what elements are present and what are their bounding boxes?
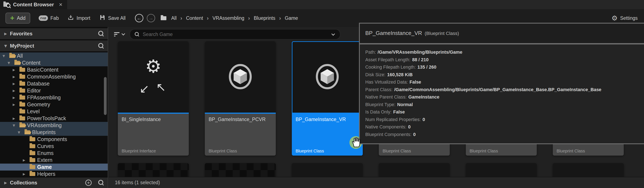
tooltip-row-value: /Game/VRAssembling/Blueprints/Game (378, 50, 462, 55)
saved-search-chevron-icon[interactable] (332, 32, 335, 36)
expanded-arrow-icon[interactable]: ▼ (18, 130, 23, 134)
forward-button[interactable]: → (147, 14, 155, 22)
tooltip-row-label: Num Replicated Properties: (365, 117, 421, 122)
breadcrumb-item-vrassembling[interactable]: VRAssembling (212, 15, 244, 21)
tree-item-label: Level (27, 108, 40, 114)
tree-item-blueprints[interactable]: ▼Blueprints (0, 129, 108, 136)
asset-type: Blueprint Class (470, 149, 533, 154)
tree-item-label: Content (22, 60, 40, 66)
collapsed-arrow-icon[interactable]: ▶ (13, 68, 18, 72)
hand-cursor-icon (350, 136, 361, 149)
add-collection-icon[interactable]: + (85, 180, 92, 186)
asset-type: Blueprint Interface (122, 149, 185, 154)
tooltip-row-value: 0 (413, 132, 416, 137)
tree-item-helpers[interactable]: ▶Helpers (0, 171, 108, 178)
breadcrumb-item-content[interactable]: Content (186, 15, 203, 21)
filter-icon[interactable] (114, 32, 120, 36)
sidebar-scrollbar[interactable] (104, 77, 107, 115)
settings-button[interactable]: ⚙ Settings (612, 15, 638, 21)
tree-item-all[interactable]: ▼All (0, 52, 108, 59)
gear-icon: ⚙ (145, 57, 161, 75)
expanded-arrow-icon[interactable]: ▼ (4, 44, 7, 48)
tree-item-commonassembling[interactable]: ▶CommonAssembling (0, 73, 108, 80)
tooltip-row: Path:/Game/VRAssembling/Blueprints/Game (365, 49, 639, 56)
close-icon[interactable]: × (59, 2, 62, 7)
filter-chevron-icon[interactable] (122, 32, 125, 36)
collapsed-arrow-icon[interactable]: ▶ (13, 82, 18, 86)
tab-title: Content Browser (13, 2, 54, 7)
collections-header[interactable]: ▶ Collections + (0, 177, 108, 188)
tree-item-components[interactable]: Components (0, 136, 108, 143)
breadcrumb-item-blueprints[interactable]: Blueprints (254, 15, 275, 21)
expanded-arrow-icon[interactable]: ▼ (8, 61, 13, 65)
tree-item-basiccontent[interactable]: ▶BasicContent (0, 66, 108, 73)
expanded-arrow-icon[interactable]: ▼ (2, 54, 8, 58)
folder-icon (24, 130, 30, 134)
tree-item-label: Game (37, 164, 52, 170)
tree-item-curves[interactable]: Curves (0, 143, 108, 150)
asset-tile-bp_gameinstance_pcvr[interactable]: BP_GameInstance_PCVRBlueprint Class (205, 41, 276, 156)
tree-item-fpassembling[interactable]: ▶FPAssembling (0, 94, 108, 101)
folder-icon (20, 116, 25, 120)
collapsed-arrow-icon[interactable]: ▶ (23, 158, 28, 162)
breadcrumb: All›Content›VRAssembling›Blueprints›Game (171, 15, 298, 21)
import-icon (68, 14, 74, 22)
add-button[interactable]: + Add (6, 13, 30, 24)
collapsed-arrow-icon[interactable]: ▶ (13, 89, 18, 93)
tree-item-level[interactable]: Level (0, 108, 108, 115)
tooltip-row-label: Parent Class: (365, 87, 392, 92)
sidebar: ▶ Favorites ▼ MyProject ▼All▼Content▶Bas… (0, 27, 108, 188)
tree-item-powertoolspack[interactable]: ▶PowerToolsPack (0, 115, 108, 122)
tooltip-row-value: False (410, 80, 421, 85)
collapsed-arrow-icon[interactable]: ▶ (13, 75, 18, 79)
tree-item-label: Enums (37, 150, 54, 156)
breadcrumb-item-all[interactable]: All (171, 15, 177, 21)
tooltip-row: Blueprint Type:Normal (365, 101, 639, 109)
search-box[interactable] (130, 29, 340, 40)
import-button[interactable]: Import (68, 14, 90, 22)
content-browser-window: Content Browser × + Add FAB Fab Import S… (0, 0, 644, 188)
collapsed-arrow-icon[interactable]: ▶ (13, 103, 18, 106)
collapsed-arrow-icon[interactable]: ▶ (4, 32, 7, 36)
tooltip-row-label: Native Parent Class: (365, 94, 407, 99)
tree-item-editor[interactable]: ▶Editor (0, 87, 108, 94)
search-icon[interactable] (98, 43, 104, 49)
tooltip-row-value: GameInstance (408, 94, 440, 99)
tab-content-browser[interactable]: Content Browser × (0, 0, 67, 9)
folder-icon (30, 172, 35, 176)
arrow-down-left-icon: ↙ (139, 82, 149, 95)
asset-thumbnail (292, 41, 363, 113)
tree-item-vrassembling[interactable]: ▼VRAssembling (0, 122, 108, 129)
asset-tooltip: BP_GameInstance_VR (Blueprint Class) Pat… (359, 23, 644, 144)
tree-item-label: Database (27, 81, 50, 87)
search-input[interactable] (142, 31, 329, 37)
save-all-button[interactable]: Save All (99, 14, 126, 22)
asset-name: BP_GameInstance_VR (296, 117, 359, 122)
asset-type: Blueprint Class (296, 149, 359, 154)
asset-tile-bi_singleinstance[interactable]: ⚙↙↖BI_SingleInstanceBlueprint Interface (118, 41, 189, 156)
back-button[interactable]: ← (135, 14, 143, 22)
tree-item-enums[interactable]: Enums (0, 150, 108, 157)
forward-arrow-icon: → (148, 15, 153, 21)
expanded-arrow-icon[interactable]: ▼ (13, 124, 18, 127)
breadcrumb-item-game[interactable]: Game (285, 15, 298, 21)
folder-icon (20, 89, 25, 93)
tree-item-extern[interactable]: ▶Extern (0, 157, 108, 164)
collapsed-arrow-icon[interactable]: ▶ (4, 181, 7, 185)
tooltip-row: Asset Filepath Length:88 / 210 (365, 56, 639, 64)
collapsed-arrow-icon[interactable]: ▶ (13, 117, 18, 120)
save-all-button-label: Save All (108, 15, 126, 21)
tree-item-database[interactable]: ▶Database (0, 80, 108, 87)
tree-item-geometry[interactable]: ▶Geometry (0, 101, 108, 108)
search-icon[interactable] (98, 31, 104, 37)
myproject-header[interactable]: ▼ MyProject (0, 40, 108, 52)
tooltip-row-value: False (393, 109, 405, 114)
favorites-header[interactable]: ▶ Favorites (0, 28, 108, 40)
fab-button[interactable]: FAB Fab (39, 15, 59, 21)
collapsed-arrow-icon[interactable]: ▶ (13, 96, 18, 99)
collapsed-arrow-icon[interactable]: ▶ (23, 172, 28, 176)
search-icon[interactable] (98, 180, 104, 186)
tree-item-content[interactable]: ▼Content (0, 59, 108, 66)
tooltip-row-value: 135 / 260 (418, 65, 436, 70)
tree-item-game[interactable]: Game (0, 164, 108, 171)
